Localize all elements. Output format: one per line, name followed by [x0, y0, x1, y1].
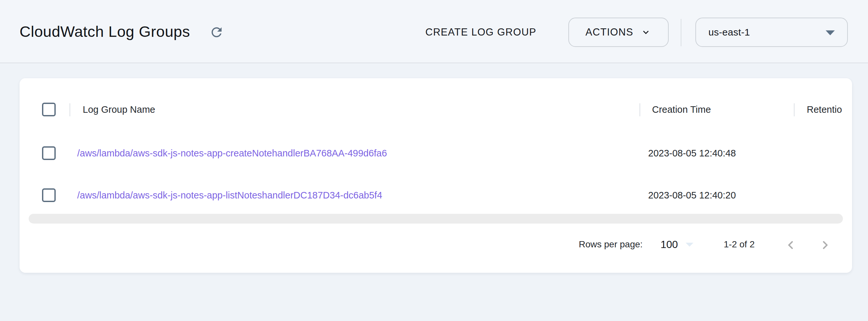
column-header-log-group-name: Log Group Name	[83, 104, 155, 115]
chevron-left-icon	[784, 238, 797, 252]
log-groups-card: Log Group Name Creation Time Retentio /a…	[20, 78, 852, 273]
pagination-range-label: 1-2 of 2	[724, 239, 755, 250]
column-divider	[639, 103, 640, 116]
creation-time-cell: 2023-08-05 12:40:20	[648, 190, 736, 201]
creation-time-cell: 2023-08-05 12:40:48	[648, 148, 736, 159]
column-divider	[69, 103, 70, 116]
rows-per-page-select[interactable]: 100	[660, 238, 693, 251]
rows-per-page-label: Rows per page:	[579, 239, 643, 250]
column-header-creation-time: Creation Time	[652, 104, 711, 115]
previous-page-button[interactable]	[782, 236, 800, 255]
actions-button-label: ACTIONS	[586, 26, 633, 38]
page-title: CloudWatch Log Groups	[20, 23, 190, 40]
next-page-button[interactable]	[816, 236, 834, 255]
header-divider	[681, 19, 681, 46]
horizontal-scrollbar[interactable]	[29, 214, 843, 224]
select-all-checkbox[interactable]	[42, 103, 56, 116]
cloudwatch-log-groups-page: CloudWatch Log Groups CREATE LOG GROUP A…	[0, 0, 868, 321]
row-checkbox[interactable]	[42, 188, 56, 202]
region-selector[interactable]: us-east-1	[695, 18, 848, 47]
log-group-link[interactable]: /aws/lambda/aws-sdk-js-notes-app-listNot…	[77, 190, 382, 201]
rows-per-page-value: 100	[660, 238, 678, 251]
chevron-right-icon	[818, 238, 832, 252]
chevron-down-icon	[640, 27, 651, 38]
create-log-group-button[interactable]: CREATE LOG GROUP	[425, 26, 536, 38]
region-selector-value: us-east-1	[708, 27, 750, 38]
row-checkbox[interactable]	[42, 146, 56, 160]
actions-button[interactable]: ACTIONS	[568, 18, 669, 47]
column-header-retention: Retentio	[807, 104, 842, 115]
refresh-icon	[209, 25, 224, 40]
dropdown-arrow-icon	[826, 30, 835, 35]
rows-per-page-arrow-icon	[686, 242, 693, 246]
refresh-button[interactable]	[209, 25, 224, 40]
column-divider	[794, 103, 795, 116]
log-group-link[interactable]: /aws/lambda/aws-sdk-js-notes-app-createN…	[77, 148, 387, 159]
page-header: CloudWatch Log Groups CREATE LOG GROUP A…	[0, 0, 868, 63]
